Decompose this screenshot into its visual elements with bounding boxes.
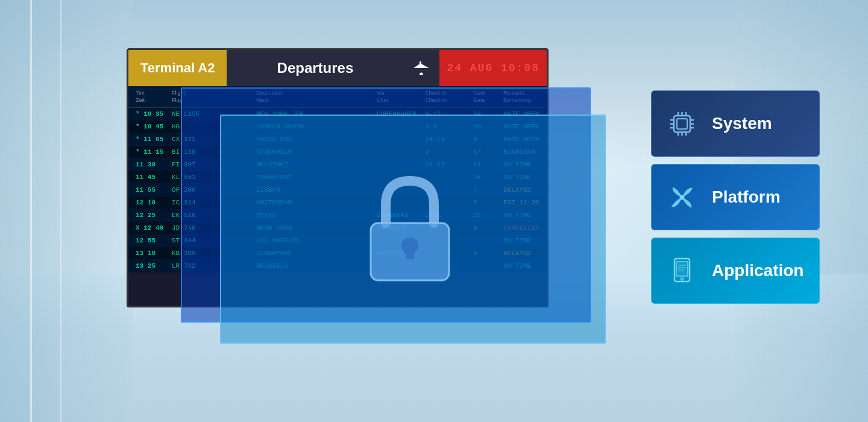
- plane-icon: [403, 50, 439, 86]
- terminal-badge: Terminal A2: [128, 50, 227, 86]
- departures-title: Departures: [227, 50, 403, 86]
- phone-icon: [664, 253, 700, 289]
- board-header: Terminal A2 Departures 24 AUG 10:08: [128, 50, 547, 86]
- application-card-label: Application: [712, 261, 804, 280]
- lock-icon: [350, 166, 470, 286]
- security-card-application[interactable]: Application: [651, 238, 820, 304]
- svg-rect-2: [406, 246, 414, 259]
- windmill-icon: [664, 179, 700, 215]
- system-card-label: System: [712, 114, 772, 133]
- security-card-platform[interactable]: Platform: [651, 164, 820, 230]
- lock-overlay: [223, 93, 597, 359]
- security-cards-container: System Platform: [651, 90, 820, 304]
- platform-card-label: Platform: [712, 187, 781, 207]
- svg-point-20: [681, 278, 683, 280]
- security-card-system[interactable]: System: [651, 90, 820, 157]
- svg-rect-19: [676, 262, 688, 276]
- glass-left: [0, 0, 133, 422]
- chip-icon: [664, 106, 700, 142]
- datetime-box: 24 AUG 10:08: [439, 50, 547, 86]
- svg-rect-4: [677, 119, 687, 129]
